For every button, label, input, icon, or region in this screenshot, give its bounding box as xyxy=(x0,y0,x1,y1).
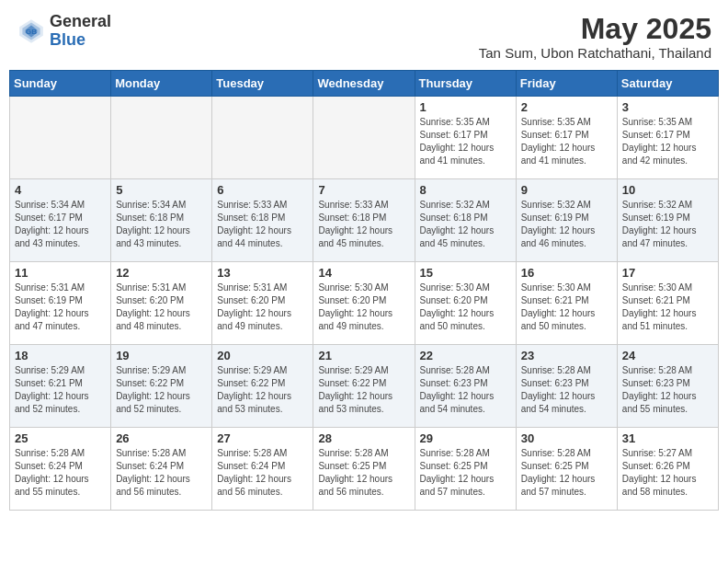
day-info: Sunrise: 5:28 AM Sunset: 6:24 PM Dayligh… xyxy=(217,447,308,499)
logo-icon: GB xyxy=(17,17,46,46)
calendar-day-cell: 20Sunrise: 5:29 AM Sunset: 6:22 PM Dayli… xyxy=(212,345,313,428)
day-info: Sunrise: 5:31 AM Sunset: 6:20 PM Dayligh… xyxy=(217,282,308,333)
day-number: 13 xyxy=(217,266,308,280)
calendar-day-cell: 30Sunrise: 5:28 AM Sunset: 6:25 PM Dayli… xyxy=(516,428,617,511)
day-number: 14 xyxy=(318,266,409,280)
day-info: Sunrise: 5:28 AM Sunset: 6:25 PM Dayligh… xyxy=(318,447,409,499)
calendar-day-cell: 6Sunrise: 5:33 AM Sunset: 6:18 PM Daylig… xyxy=(212,179,313,262)
day-number: 26 xyxy=(116,431,207,445)
title-block: May 2025 Tan Sum, Ubon Ratchathani, Thai… xyxy=(479,13,711,61)
day-info: Sunrise: 5:29 AM Sunset: 6:21 PM Dayligh… xyxy=(15,364,106,416)
day-number: 17 xyxy=(622,266,713,280)
calendar-day-cell: 28Sunrise: 5:28 AM Sunset: 6:25 PM Dayli… xyxy=(313,428,415,511)
day-number: 1 xyxy=(420,100,511,114)
day-info: Sunrise: 5:29 AM Sunset: 6:22 PM Dayligh… xyxy=(116,364,207,416)
day-number: 21 xyxy=(318,349,409,362)
day-number: 25 xyxy=(15,431,106,445)
page-header: GB General Blue May 2025 Tan Sum, Ubon R… xyxy=(9,9,719,64)
day-number: 15 xyxy=(420,266,511,280)
day-info: Sunrise: 5:34 AM Sunset: 6:18 PM Dayligh… xyxy=(116,199,207,250)
day-number: 9 xyxy=(521,183,612,197)
calendar-week-row: 11Sunrise: 5:31 AM Sunset: 6:19 PM Dayli… xyxy=(10,262,719,345)
calendar-day-header: Friday xyxy=(516,71,617,97)
day-number: 18 xyxy=(15,349,106,362)
day-info: Sunrise: 5:28 AM Sunset: 6:24 PM Dayligh… xyxy=(15,447,106,499)
day-info: Sunrise: 5:31 AM Sunset: 6:20 PM Dayligh… xyxy=(116,282,207,333)
day-number: 23 xyxy=(521,349,612,362)
day-info: Sunrise: 5:30 AM Sunset: 6:21 PM Dayligh… xyxy=(622,282,713,333)
day-info: Sunrise: 5:35 AM Sunset: 6:17 PM Dayligh… xyxy=(420,116,511,167)
day-info: Sunrise: 5:28 AM Sunset: 6:24 PM Dayligh… xyxy=(116,447,207,499)
logo: GB General Blue xyxy=(17,13,111,50)
calendar-day-cell: 18Sunrise: 5:29 AM Sunset: 6:21 PM Dayli… xyxy=(10,345,111,428)
calendar-day-cell: 24Sunrise: 5:28 AM Sunset: 6:23 PM Dayli… xyxy=(617,345,718,428)
day-info: Sunrise: 5:32 AM Sunset: 6:18 PM Dayligh… xyxy=(420,199,511,250)
day-info: Sunrise: 5:30 AM Sunset: 6:20 PM Dayligh… xyxy=(420,282,511,333)
svg-text:GB: GB xyxy=(26,28,37,36)
calendar-week-row: 18Sunrise: 5:29 AM Sunset: 6:21 PM Dayli… xyxy=(10,345,719,428)
day-info: Sunrise: 5:35 AM Sunset: 6:17 PM Dayligh… xyxy=(521,116,612,167)
calendar-day-cell: 8Sunrise: 5:32 AM Sunset: 6:18 PM Daylig… xyxy=(415,179,516,262)
day-number: 16 xyxy=(521,266,612,280)
calendar-header-row: SundayMondayTuesdayWednesdayThursdayFrid… xyxy=(10,71,719,97)
day-number: 2 xyxy=(521,100,612,114)
calendar-day-header: Wednesday xyxy=(313,71,415,97)
calendar-day-cell: 5Sunrise: 5:34 AM Sunset: 6:18 PM Daylig… xyxy=(111,179,212,262)
logo-blue-text: Blue xyxy=(50,31,111,50)
logo-general-text: General xyxy=(50,13,111,31)
calendar-day-cell xyxy=(10,97,111,179)
day-info: Sunrise: 5:31 AM Sunset: 6:19 PM Dayligh… xyxy=(15,282,106,333)
calendar-day-cell: 31Sunrise: 5:27 AM Sunset: 6:26 PM Dayli… xyxy=(617,428,718,511)
calendar-day-header: Tuesday xyxy=(212,71,313,97)
day-number: 22 xyxy=(420,349,511,362)
day-number: 30 xyxy=(521,431,612,445)
calendar-day-header: Sunday xyxy=(10,71,111,97)
calendar-day-cell: 23Sunrise: 5:28 AM Sunset: 6:23 PM Dayli… xyxy=(516,345,617,428)
calendar-day-header: Saturday xyxy=(617,71,718,97)
day-info: Sunrise: 5:32 AM Sunset: 6:19 PM Dayligh… xyxy=(622,199,713,250)
day-number: 3 xyxy=(622,100,713,114)
day-number: 27 xyxy=(217,431,308,445)
day-number: 12 xyxy=(116,266,207,280)
day-number: 31 xyxy=(622,431,713,445)
day-number: 10 xyxy=(622,183,713,197)
calendar-table: SundayMondayTuesdayWednesdayThursdayFrid… xyxy=(9,70,719,511)
day-number: 20 xyxy=(217,349,308,362)
location-title: Tan Sum, Ubon Ratchathani, Thailand xyxy=(479,45,711,61)
calendar-day-cell: 3Sunrise: 5:35 AM Sunset: 6:17 PM Daylig… xyxy=(617,97,718,179)
calendar-day-cell: 1Sunrise: 5:35 AM Sunset: 6:17 PM Daylig… xyxy=(415,97,516,179)
day-info: Sunrise: 5:27 AM Sunset: 6:26 PM Dayligh… xyxy=(622,447,713,499)
calendar-week-row: 1Sunrise: 5:35 AM Sunset: 6:17 PM Daylig… xyxy=(10,97,719,179)
calendar-day-cell: 7Sunrise: 5:33 AM Sunset: 6:18 PM Daylig… xyxy=(313,179,415,262)
day-number: 7 xyxy=(318,183,409,197)
calendar-day-cell: 27Sunrise: 5:28 AM Sunset: 6:24 PM Dayli… xyxy=(212,428,313,511)
calendar-day-header: Monday xyxy=(111,71,212,97)
calendar-day-cell: 15Sunrise: 5:30 AM Sunset: 6:20 PM Dayli… xyxy=(415,262,516,345)
calendar-week-row: 4Sunrise: 5:34 AM Sunset: 6:17 PM Daylig… xyxy=(10,179,719,262)
day-info: Sunrise: 5:28 AM Sunset: 6:25 PM Dayligh… xyxy=(420,447,511,499)
calendar-day-cell: 13Sunrise: 5:31 AM Sunset: 6:20 PM Dayli… xyxy=(212,262,313,345)
calendar-day-cell: 10Sunrise: 5:32 AM Sunset: 6:19 PM Dayli… xyxy=(617,179,718,262)
day-info: Sunrise: 5:28 AM Sunset: 6:23 PM Dayligh… xyxy=(420,364,511,416)
day-info: Sunrise: 5:33 AM Sunset: 6:18 PM Dayligh… xyxy=(318,199,409,250)
day-number: 4 xyxy=(15,183,106,197)
calendar-week-row: 25Sunrise: 5:28 AM Sunset: 6:24 PM Dayli… xyxy=(10,428,719,511)
day-info: Sunrise: 5:29 AM Sunset: 6:22 PM Dayligh… xyxy=(217,364,308,416)
day-info: Sunrise: 5:28 AM Sunset: 6:23 PM Dayligh… xyxy=(622,364,713,416)
day-number: 29 xyxy=(420,431,511,445)
day-info: Sunrise: 5:29 AM Sunset: 6:22 PM Dayligh… xyxy=(318,364,409,416)
calendar-day-cell: 21Sunrise: 5:29 AM Sunset: 6:22 PM Dayli… xyxy=(313,345,415,428)
day-number: 8 xyxy=(420,183,511,197)
calendar-day-cell: 9Sunrise: 5:32 AM Sunset: 6:19 PM Daylig… xyxy=(516,179,617,262)
calendar-day-cell: 2Sunrise: 5:35 AM Sunset: 6:17 PM Daylig… xyxy=(516,97,617,179)
day-number: 19 xyxy=(116,349,207,362)
calendar-day-cell: 19Sunrise: 5:29 AM Sunset: 6:22 PM Dayli… xyxy=(111,345,212,428)
calendar-day-cell: 25Sunrise: 5:28 AM Sunset: 6:24 PM Dayli… xyxy=(10,428,111,511)
logo-text: General Blue xyxy=(50,13,111,50)
day-info: Sunrise: 5:28 AM Sunset: 6:23 PM Dayligh… xyxy=(521,364,612,416)
calendar-day-cell xyxy=(212,97,313,179)
calendar-day-cell: 11Sunrise: 5:31 AM Sunset: 6:19 PM Dayli… xyxy=(10,262,111,345)
day-info: Sunrise: 5:28 AM Sunset: 6:25 PM Dayligh… xyxy=(521,447,612,499)
day-info: Sunrise: 5:35 AM Sunset: 6:17 PM Dayligh… xyxy=(622,116,713,167)
month-title: May 2025 xyxy=(479,13,711,45)
